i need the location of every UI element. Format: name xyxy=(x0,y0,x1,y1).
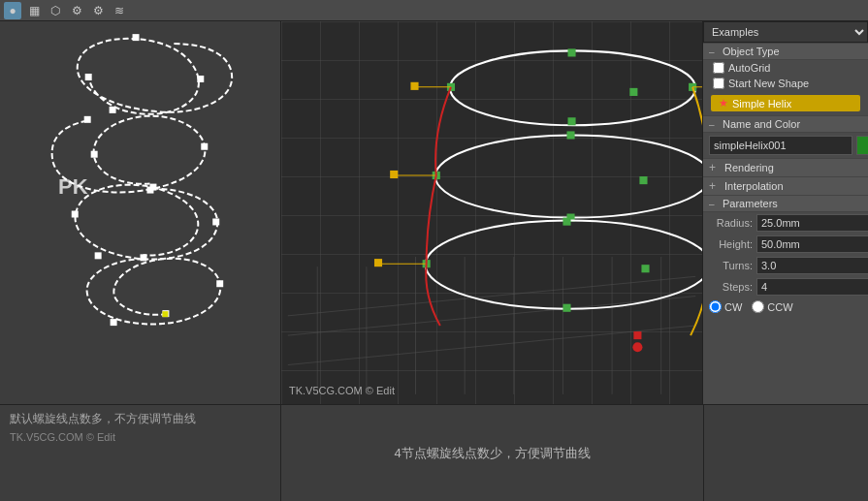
bottom-left-line1: 默认螺旋线点数多，不方便调节曲线 xyxy=(10,411,271,427)
object-type-collapse-icon: – xyxy=(709,47,719,57)
svg-point-46 xyxy=(426,221,702,309)
svg-rect-6 xyxy=(201,143,208,150)
steps-row: Steps: ▲ ▼ xyxy=(703,276,868,297)
svg-rect-56 xyxy=(633,331,641,339)
svg-rect-13 xyxy=(216,280,223,287)
color-swatch[interactable] xyxy=(856,136,868,155)
radius-row: Radius: ▲ ▼ xyxy=(703,212,868,234)
sketch-svg xyxy=(0,21,280,404)
svg-rect-59 xyxy=(641,265,649,272)
svg-rect-16 xyxy=(162,311,168,317)
svg-rect-9 xyxy=(212,218,219,225)
svg-rect-58 xyxy=(639,176,647,184)
svg-point-55 xyxy=(632,342,642,352)
autogrid-checkbox[interactable] xyxy=(713,62,724,74)
name-color-row xyxy=(703,133,868,158)
turns-label: Turns: xyxy=(709,260,753,271)
left-sketch-panel: PK xyxy=(0,21,281,404)
svg-line-18 xyxy=(288,276,695,316)
height-label: Height: xyxy=(709,238,753,250)
interpolation-expand-icon: + xyxy=(709,179,721,193)
svg-rect-53 xyxy=(374,259,382,266)
name-color-section-header[interactable]: – Name and Color xyxy=(703,115,868,133)
cw-ccw-row: CW CCW xyxy=(703,297,868,316)
svg-rect-4 xyxy=(84,116,91,123)
svg-rect-7 xyxy=(91,151,98,158)
simple-helix-label: Simple Helix xyxy=(732,98,791,110)
turns-input[interactable] xyxy=(756,257,868,274)
interpolation-label: Interpolation xyxy=(724,180,784,192)
name-color-collapse-icon: – xyxy=(709,119,719,130)
object-type-section-header[interactable]: – Object Type xyxy=(703,43,868,60)
steps-label: Steps: xyxy=(709,281,753,293)
svg-rect-8 xyxy=(149,184,156,191)
ccw-radio[interactable] xyxy=(752,300,764,313)
ccw-option[interactable]: CCW xyxy=(752,300,792,313)
main-content: PK xyxy=(0,21,868,404)
simple-helix-button[interactable]: ★ Simple Helix xyxy=(711,95,860,111)
name-color-label: Name and Color xyxy=(723,118,800,130)
star-icon: ★ xyxy=(719,97,728,110)
svg-rect-32 xyxy=(567,117,575,125)
cw-radio[interactable] xyxy=(709,300,722,313)
cw-label: CW xyxy=(724,301,742,313)
svg-point-37 xyxy=(435,135,702,217)
bottom-center-text: 4节点螺旋线点数少，方便调节曲线 xyxy=(281,405,703,501)
bottom-left-text: 默认螺旋线点数多，不方便调节曲线 TK.V5CG.COM © Edit xyxy=(0,405,281,501)
svg-rect-11 xyxy=(72,211,79,218)
height-row: Height: ▲ ▼ xyxy=(703,234,868,255)
toolbar-icon-2[interactable]: ▦ xyxy=(25,2,43,19)
svg-rect-2 xyxy=(110,107,116,113)
viewport-label: TK.V5CG.COM © Edit xyxy=(289,385,395,396)
svg-point-28 xyxy=(450,50,695,125)
svg-rect-10 xyxy=(95,252,102,259)
sketch-canvas: PK xyxy=(0,21,280,404)
radius-input[interactable] xyxy=(756,214,868,232)
toolbar: ● ▦ ⬡ ⚙ ⚙ ≋ xyxy=(0,0,868,21)
viewport-svg xyxy=(281,21,702,404)
bottom-right-area xyxy=(703,405,868,501)
toolbar-icon-3[interactable]: ⬡ xyxy=(47,2,64,19)
rendering-expand-icon: + xyxy=(709,161,721,174)
object-name-input[interactable] xyxy=(709,136,852,155)
autogrid-row: AutoGrid xyxy=(703,60,868,76)
svg-rect-14 xyxy=(111,319,117,326)
rendering-section-header[interactable]: + Rendering xyxy=(703,158,868,176)
start-new-shape-checkbox[interactable] xyxy=(713,78,724,89)
svg-rect-3 xyxy=(85,74,92,80)
rendering-label: Rendering xyxy=(724,162,774,173)
autogrid-label: AutoGrid xyxy=(728,62,770,74)
svg-rect-12 xyxy=(141,254,147,261)
parameters-label: Parameters xyxy=(723,198,778,209)
start-new-shape-row: Start New Shape xyxy=(703,76,868,91)
toolbar-icon-6[interactable]: ≋ xyxy=(111,2,128,19)
svg-rect-44 xyxy=(390,171,398,178)
right-panel: Examples – Object Type AutoGrid Start Ne… xyxy=(703,21,868,404)
svg-rect-35 xyxy=(410,82,418,90)
ccw-label: CCW xyxy=(767,301,792,313)
svg-rect-31 xyxy=(567,48,575,56)
toolbar-icon-5[interactable]: ⚙ xyxy=(89,2,107,19)
radius-label: Radius: xyxy=(709,217,753,229)
svg-rect-1 xyxy=(197,76,204,82)
cw-option[interactable]: CW xyxy=(709,300,742,313)
svg-rect-40 xyxy=(566,131,574,139)
height-input[interactable] xyxy=(756,235,868,253)
svg-rect-57 xyxy=(629,88,637,96)
toolbar-icon-1[interactable]: ● xyxy=(4,2,21,19)
interpolation-section-header[interactable]: + Interpolation xyxy=(703,176,868,195)
3d-viewport: TK.V5CG.COM © Edit xyxy=(281,21,703,404)
steps-input[interactable] xyxy=(756,278,868,296)
svg-rect-49 xyxy=(563,218,570,226)
parameters-collapse-icon: – xyxy=(709,199,719,209)
svg-rect-50 xyxy=(563,304,570,312)
object-type-label: Object Type xyxy=(723,46,780,57)
parameters-section-header[interactable]: – Parameters xyxy=(703,195,868,212)
start-new-shape-label: Start New Shape xyxy=(728,78,809,89)
bottom-left-line2: TK.V5CG.COM © Edit xyxy=(10,431,271,443)
examples-dropdown[interactable]: Examples xyxy=(703,21,868,43)
svg-rect-0 xyxy=(133,34,140,41)
toolbar-icon-4[interactable]: ⚙ xyxy=(68,2,85,19)
bottom-area: 默认螺旋线点数多，不方便调节曲线 TK.V5CG.COM © Edit 4节点螺… xyxy=(0,404,868,501)
turns-row: Turns: ▲ ▼ xyxy=(703,255,868,276)
